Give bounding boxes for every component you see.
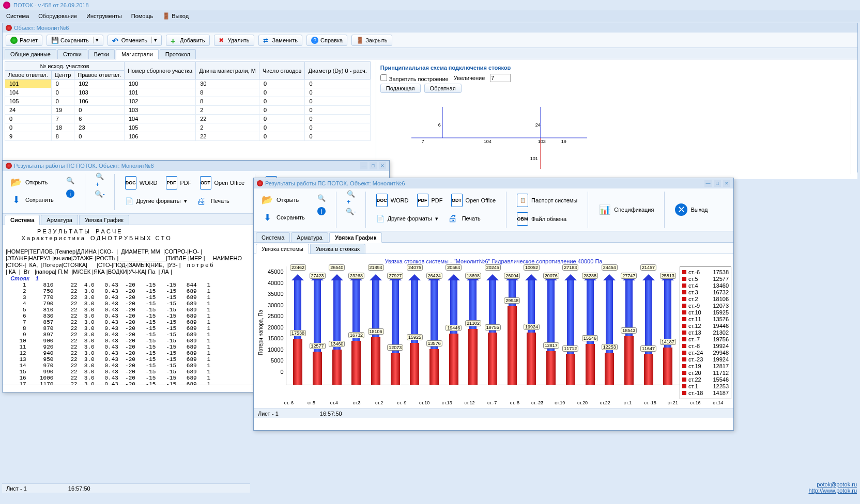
max-button[interactable]: □ [714, 180, 721, 187]
menu-equipment[interactable]: Оборудование [34, 12, 81, 20]
close-button[interactable]: Закрыть [351, 35, 392, 46]
legend-row: ст.1321302 [682, 329, 729, 336]
passport-button[interactable]: 📋Паспорт системы [513, 192, 581, 209]
menu-tools[interactable]: Инструменты [82, 12, 126, 20]
supply-button[interactable]: Подающая [380, 84, 421, 93]
main-tabs: Общие данные Стояки Ветки Магистрали Про… [3, 48, 857, 59]
menu-help[interactable]: Помощь [127, 12, 158, 20]
table-row[interactable]: 1050106102800 [5, 97, 371, 106]
bar-column: 1207327927 [386, 266, 405, 385]
word-button[interactable]: DOCWORD [372, 192, 413, 209]
legend-row: ст.-912073 [682, 303, 729, 309]
tab-branches[interactable]: Ветки [88, 49, 115, 59]
delete-icon [219, 37, 226, 44]
other-button[interactable]: 📄Другие форматы ▾ [372, 210, 442, 227]
word-button[interactable]: DOCWORD [121, 174, 162, 192]
max-button[interactable]: □ [370, 162, 377, 169]
tab-risers[interactable]: Стояки [57, 49, 87, 59]
forbid-checkbox[interactable]: Запретить построение [380, 74, 449, 82]
pdf-button[interactable]: PDFPDF [162, 174, 196, 192]
result2-statusbar: Лист - 1 16:57:50 [254, 408, 733, 418]
tab-fittings[interactable]: Арматура [291, 232, 328, 242]
site-link[interactable]: http://www.potok.ru [808, 487, 857, 494]
zoomin-button[interactable]: 🔍+ [91, 174, 108, 186]
other-button[interactable]: 📄Другие форматы ▾ [121, 193, 191, 209]
table-row[interactable]: 0761042200 [5, 115, 371, 123]
legend-row: ст.112253 [682, 383, 729, 389]
table-row[interactable]: 9801062200 [5, 132, 371, 141]
oo-button[interactable]: ODTOpen Office [196, 174, 249, 192]
search-button[interactable]: 🔍 [62, 174, 79, 186]
delete-button[interactable]: Удалить [214, 35, 254, 46]
print-button[interactable]: 🖨Печать [191, 193, 234, 209]
save-icon [51, 37, 58, 44]
result-window-2: Результаты работы ПС ПОТОК. Объект: Моно… [253, 178, 734, 431]
menu-system[interactable]: Система [2, 12, 33, 20]
help-button[interactable]: Справка [306, 35, 347, 46]
tab-general[interactable]: Общие данные [5, 49, 56, 59]
bar-column: 1944620564 [444, 266, 464, 385]
zoomout-button[interactable]: 🔍- [91, 187, 108, 200]
bar-column: 1346026540 [327, 266, 347, 385]
info-button[interactable]: i [313, 205, 330, 217]
toolbar: Расчет Сохранить▾ Отменить▾ Добавить Уда… [3, 33, 857, 48]
legend-row: ст.-719756 [682, 336, 729, 342]
subtab-riser-link[interactable]: Увязка в стояках [310, 244, 365, 254]
legend-row: ст.-819924 [682, 343, 729, 349]
save-button[interactable]: ⬇Сохранить [6, 192, 58, 208]
oo-button[interactable]: ODTOpen Office [447, 192, 500, 209]
bar-column: 1554628288 [580, 266, 600, 385]
close-button[interactable]: ✕ [723, 180, 730, 187]
tab-protocol[interactable]: Протокол [160, 49, 196, 59]
zoomin-button[interactable]: 🔍+ [343, 192, 359, 204]
table-row[interactable]: 1040103101800 [5, 88, 371, 97]
tab-system[interactable]: Система [256, 232, 290, 242]
bar-column: 2130218698 [464, 266, 483, 385]
zoomout-button[interactable]: 🔍- [343, 205, 359, 217]
email-link[interactable]: potok@potok.ru [808, 481, 857, 487]
menu-exit[interactable]: Выход [158, 11, 193, 21]
table-row[interactable]: 24190103200 [5, 106, 371, 115]
undo-button[interactable]: Отменить▾ [108, 35, 162, 46]
tab-fittings[interactable]: Арматура [41, 215, 78, 225]
table-body: 1010102100300010401031018001050106102800… [5, 80, 371, 141]
table-row[interactable]: 01823105200 [5, 123, 371, 132]
info-button[interactable]: i [62, 187, 79, 200]
spec-button[interactable]: 📊Спецификация [594, 192, 658, 228]
file-button[interactable]: OBMФайл обмена [513, 210, 581, 228]
statusbar: Лист - 1 16:57:50 [2, 483, 250, 493]
chart-bars: 1753822462125772742313460265401673223268… [286, 266, 680, 385]
mains-table[interactable]: № исход. участков Номер сборного участка… [5, 61, 371, 141]
close-button[interactable]: ✕ [379, 162, 386, 169]
subtab-system-link[interactable]: Увязка системы [256, 244, 309, 254]
min-button[interactable]: — [360, 162, 367, 169]
legend-row: ст.316732 [682, 289, 729, 295]
replace-button[interactable]: Заменить [258, 35, 302, 46]
add-button[interactable]: Добавить [166, 35, 210, 46]
open-button[interactable]: 📂Открыть [6, 174, 58, 191]
pdf-button[interactable]: PDFPDF [413, 192, 447, 209]
open-button[interactable]: 📂Открыть [257, 192, 309, 208]
legend-row: ст.1219446 [682, 323, 729, 329]
bar-column: 1171227183 [561, 266, 580, 385]
search-button[interactable]: 🔍 [313, 192, 330, 204]
app-icon [3, 2, 10, 9]
min-button[interactable]: — [704, 180, 712, 187]
legend-row: ст.-1814187 [682, 390, 729, 396]
th-group: № исход. участков [5, 62, 125, 71]
table-row[interactable]: 10101021003000 [5, 80, 371, 88]
exit-button[interactable]: ✕Выход [671, 192, 712, 228]
calc-button[interactable]: Расчет [6, 35, 42, 46]
tab-system[interactable]: Система [5, 215, 40, 225]
tab-linking[interactable]: Увязка График [79, 215, 129, 225]
legend-row: ст.1912817 [682, 363, 729, 369]
print-button[interactable]: 🖨Печать [442, 210, 485, 227]
save-button[interactable]: ⬇Сохранить [257, 209, 309, 226]
doc-window: Объект: Монолит№6 Расчет Сохранить▾ Отме… [2, 23, 858, 172]
return-button[interactable]: Обратная [424, 84, 462, 93]
zoom-input[interactable] [490, 74, 511, 82]
tab-mains[interactable]: Магистрали [116, 49, 159, 59]
tab-linking[interactable]: Увязка График [329, 232, 382, 243]
save-button[interactable]: Сохранить▾ [47, 35, 103, 46]
chart-title: Увязка стояков системы - "Монолит№6" Гид… [256, 258, 731, 264]
